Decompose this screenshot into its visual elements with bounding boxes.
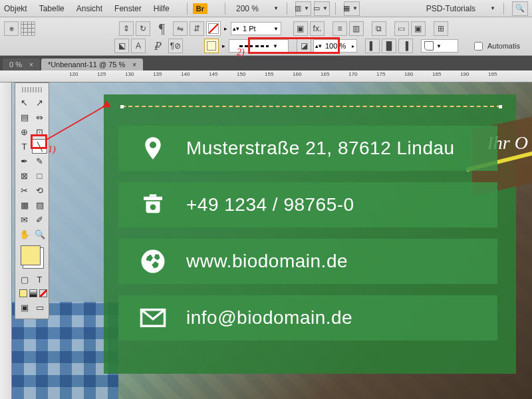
crop-icon[interactable]: ⧉ [372, 21, 386, 36]
globe-icon [138, 247, 168, 276]
selected-dashed-line[interactable] [122, 106, 501, 107]
selection-tool[interactable]: ↖ [17, 95, 32, 110]
close-icon[interactable]: × [29, 61, 33, 68]
vertical-ruler[interactable] [0, 82, 12, 399]
web-text: www.biodomain.de [186, 251, 348, 272]
wrap-icon[interactable]: ▣ [293, 21, 308, 36]
align-text-icon[interactable]: ≡ [332, 21, 347, 36]
constrain-icon[interactable]: ⇕ [119, 21, 134, 36]
align-center-icon[interactable]: █ [382, 39, 396, 53]
annotation-highlight-2 [248, 37, 340, 54]
zoom-field[interactable]: 200 %▼ [236, 4, 281, 13]
group-icon[interactable]: ⊞ [434, 21, 448, 36]
apply-gradient[interactable] [29, 289, 37, 297]
auto-checkbox[interactable] [474, 42, 483, 51]
columns-icon[interactable]: ▥ [349, 21, 364, 36]
menu-hilfe[interactable]: Hilfe [154, 4, 170, 13]
paragraph-style-icon[interactable]: ¶ [152, 21, 171, 37]
separator [335, 3, 336, 15]
char-style-icon[interactable]: A [131, 39, 146, 53]
clear-override-icon[interactable]: ¶⊘ [168, 39, 183, 53]
chevron-right-icon: ▸ [222, 43, 225, 49]
canvas-viewport[interactable]: Ihr O Musterstraße 21, 87612 Lindau +49 … [12, 82, 532, 399]
menu-objekt[interactable]: Objekt [4, 4, 27, 13]
bridge-button[interactable]: Br [193, 3, 207, 14]
chevron-down-icon: ▼ [490, 5, 495, 11]
chevron-down-icon: ▼ [273, 5, 279, 11]
address-row[interactable]: Musterstraße 21, 87612 Lindau [118, 126, 497, 171]
effects-icon[interactable]: fx. [310, 21, 325, 36]
email-row[interactable]: info@biodomain.de [118, 295, 497, 340]
color-mode-row [19, 289, 47, 297]
scissors-tool[interactable]: ✂ [17, 183, 32, 198]
close-icon[interactable]: × [132, 61, 136, 68]
stroke-weight-field[interactable]: ▴▾▼ [231, 22, 281, 35]
auto-label: Automatis [487, 42, 520, 50]
phone-icon [138, 190, 168, 219]
annotation-highlight-1 [31, 134, 47, 149]
rectangle-tool[interactable]: □ [32, 168, 47, 183]
gradient-feather-tool[interactable]: ▨ [32, 198, 47, 212]
fill-swatch[interactable] [206, 21, 221, 36]
page-tool[interactable]: ▤ [17, 110, 32, 124]
tab-label: *Unbenannt-11 @ 75 % [48, 61, 125, 68]
arrange-button[interactable]: ▦▼ [344, 1, 360, 16]
type-tool[interactable]: T [17, 139, 32, 154]
apply-color-icon[interactable]: ▢ [17, 272, 32, 287]
document-tab[interactable]: 0 % × [3, 59, 40, 70]
email-text: info@biodomain.de [186, 307, 352, 329]
separator [287, 3, 287, 15]
search-icon[interactable]: 🔍 [512, 1, 528, 16]
gradient-swatch-tool[interactable]: ▦ [17, 198, 32, 212]
document-tab-active[interactable]: *Unbenannt-11 @ 75 % × [41, 59, 143, 70]
menu-ansicht[interactable]: Ansicht [76, 4, 102, 13]
address-text: Musterstraße 21, 87612 Lindau [186, 138, 455, 159]
rectangle-frame-tool[interactable]: ⊠ [17, 168, 32, 183]
pen-tool[interactable]: ✒ [17, 154, 32, 168]
free-transform-tool[interactable]: ⟲ [32, 183, 47, 198]
eyedropper-tool[interactable]: ✐ [32, 212, 47, 227]
reference-point-icon[interactable] [21, 21, 35, 36]
tools-panel[interactable]: ↖↗ ▤⇔ ⊕⊡ T╲ ✒✎ ⊠□ ✂⟲ ▦▨ ✉✐ ✋🔍 ▢T ▣▭ [15, 82, 49, 319]
apply-color[interactable] [19, 289, 27, 297]
separator [187, 3, 188, 15]
menu-fenster[interactable]: Fenster [114, 4, 142, 13]
fit-content-icon[interactable]: ▣ [411, 21, 426, 36]
hand-tool[interactable]: ✋ [17, 227, 32, 241]
rotate-icon[interactable]: ↻ [136, 21, 150, 36]
workspace-switcher[interactable]: PSD-Tutorials [426, 4, 475, 13]
gap-tool[interactable]: ⇔ [32, 110, 47, 124]
corner-options[interactable]: ▼ [421, 39, 458, 53]
note-tool[interactable]: ✉ [17, 212, 32, 227]
anchor-icon[interactable]: ⎈ [4, 21, 19, 36]
mail-icon [138, 303, 168, 332]
panel-grip[interactable] [22, 87, 42, 92]
apply-none[interactable] [39, 289, 47, 297]
menu-tabelle[interactable]: Tabelle [39, 4, 65, 13]
screen-mode-button[interactable]: ▭▼ [314, 1, 330, 16]
content-tool[interactable]: ⊕ [17, 124, 32, 139]
align-left-icon[interactable]: ▌ [365, 39, 380, 53]
zoom-tool[interactable]: 🔍 [32, 227, 47, 241]
apply-text-icon[interactable]: T [32, 272, 47, 287]
fill-stroke-swatch[interactable] [21, 245, 41, 265]
shear-icon[interactable]: ⬕ [114, 39, 129, 53]
flip-v-icon[interactable]: ⇵ [190, 21, 204, 36]
normal-view[interactable]: ▣ [17, 300, 32, 315]
preview-view[interactable]: ▭ [32, 300, 47, 315]
char-p-icon[interactable]: ₽ [148, 40, 166, 53]
document-canvas[interactable]: Ihr O Musterstraße 21, 87612 Lindau +49 … [0, 82, 532, 399]
flip-h-icon[interactable]: ⇋ [173, 21, 188, 36]
stroke-weight-input[interactable] [241, 25, 271, 33]
pencil-tool[interactable]: ✎ [32, 154, 47, 168]
fit-frame-icon[interactable]: ▭ [394, 21, 409, 36]
view-mode-button[interactable]: ▥▼ [295, 1, 311, 16]
separator [503, 3, 504, 15]
zoom-value: 200 % [236, 4, 259, 13]
align-right-icon[interactable]: ▐ [398, 39, 413, 53]
web-row[interactable]: www.biodomain.de [118, 239, 497, 284]
stroke-swatch[interactable] [204, 39, 219, 53]
horizontal-ruler[interactable]: 120 125 130 135 140 145 150 155 160 165 … [0, 70, 532, 82]
direct-selection-tool[interactable]: ↗ [32, 95, 47, 110]
phone-row[interactable]: +49 1234 / 98765-0 [118, 182, 497, 227]
